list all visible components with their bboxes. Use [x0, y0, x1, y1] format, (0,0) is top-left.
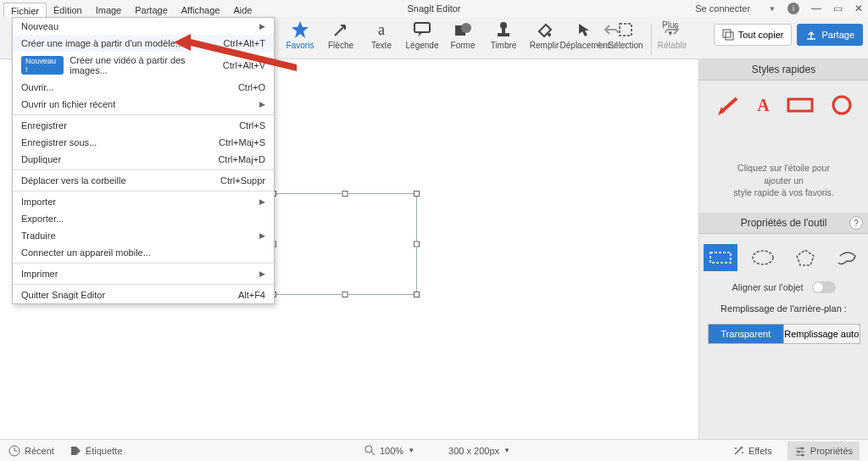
text-icon: a [372, 20, 391, 39]
close-button[interactable]: ✕ [854, 3, 863, 14]
help-icon[interactable]: ? [849, 216, 863, 230]
arrow-icon [331, 20, 350, 39]
star-icon [291, 20, 309, 39]
fill-auto[interactable]: Remplissage auto [784, 325, 860, 343]
resize-handle[interactable] [342, 292, 348, 297]
tool-text[interactable]: a Texte [361, 20, 402, 50]
svg-point-3 [461, 23, 471, 33]
recent-chip[interactable]: Récent [8, 445, 54, 457]
tool-fill[interactable]: Remplir [524, 20, 565, 50]
dimensions-display[interactable]: 300 x 200px▼ [448, 446, 510, 456]
shape-polygon[interactable] [788, 244, 822, 271]
right-panel: Styles rapides A Cliquez sur l'étoile po… [698, 59, 868, 444]
undo-button[interactable]: Annuler [593, 20, 629, 50]
effects-button[interactable]: Effets [732, 445, 772, 457]
menu-save-as[interactable]: Enregistrer sous...Ctrl+Maj+S [13, 134, 274, 151]
svg-point-6 [500, 22, 507, 29]
svg-point-16 [753, 251, 773, 264]
shape-rect-solid[interactable] [704, 244, 737, 271]
signin-link[interactable]: Se connecter [695, 3, 750, 14]
zoom-control[interactable]: 100%▼ [364, 445, 415, 456]
svg-rect-15 [710, 253, 731, 263]
svg-point-7 [548, 33, 551, 36]
menu-connect-mobile[interactable]: Connecter un appareil mobile... [13, 244, 274, 261]
quick-styles-header: Styles rapides [699, 59, 868, 81]
menu-create-video[interactable]: Nouveau !Créer une vidéo à partir des im… [13, 52, 274, 79]
svg-point-26 [801, 453, 804, 456]
svg-line-11 [721, 98, 737, 112]
menu-create-from-template[interactable]: Créer une image à partir d'un modèle...C… [13, 35, 274, 52]
share-button[interactable]: Partage [797, 24, 863, 46]
redo-button[interactable]: Rétablir [654, 20, 690, 50]
resize-handle[interactable] [342, 191, 348, 197]
tool-props-header: Propriétés de l'outil ? [699, 213, 868, 234]
menu-trash[interactable]: Déplacer vers la corbeilleCtrl+Suppr [13, 172, 274, 189]
tool-shape[interactable]: Forme [442, 20, 483, 50]
svg-rect-9 [723, 30, 731, 37]
tag-icon [70, 445, 81, 457]
resize-handle[interactable] [414, 191, 420, 197]
menu-open-recent[interactable]: Ouvrir un fichier récent▶ [13, 96, 274, 113]
qs-circle-icon[interactable] [831, 94, 853, 116]
svg-rect-1 [415, 23, 430, 32]
qs-rect-icon[interactable] [787, 96, 814, 114]
menu-save[interactable]: EnregistrerCtrl+S [13, 117, 274, 134]
copy-all-button[interactable]: Tout copier [714, 24, 793, 46]
align-toggle[interactable] [812, 281, 836, 293]
align-label: Aligner sur l'objet [732, 282, 803, 292]
sliders-icon [794, 445, 806, 457]
minimize-button[interactable]: — [811, 3, 821, 14]
menu-print[interactable]: Imprimer▶ [13, 265, 274, 282]
file-menu-dropdown: Nouveau▶ Créer une image à partir d'un m… [12, 17, 275, 304]
menu-quit[interactable]: Quitter Snagit EditorAlt+F4 [13, 286, 274, 303]
undo-icon [602, 20, 620, 39]
svg-rect-10 [726, 32, 733, 40]
svg-point-20 [365, 446, 372, 453]
qs-arrow-icon[interactable] [715, 95, 740, 115]
dropdown-caret-icon[interactable]: ▼ [769, 5, 776, 13]
redo-icon [663, 20, 682, 39]
svg-marker-0 [292, 21, 309, 38]
svg-marker-17 [797, 250, 814, 265]
tool-callout[interactable]: Légende [402, 20, 442, 50]
svg-point-14 [833, 97, 850, 114]
properties-toggle[interactable]: Propriétés [787, 442, 860, 460]
fill-label: Remplissage de l'arrière-plan : [721, 303, 847, 314]
fill-segment: Transparent Remplissage auto [708, 324, 860, 344]
menu-export[interactable]: Exporter... [13, 210, 274, 227]
resize-handle[interactable] [414, 292, 420, 297]
info-icon[interactable]: i [787, 3, 799, 14]
stamp-icon [494, 20, 513, 39]
qs-text-icon[interactable]: A [757, 96, 769, 115]
tool-arrow[interactable]: Flèche [320, 20, 361, 50]
svg-point-22 [735, 447, 737, 449]
copy-icon [722, 29, 734, 41]
selection-rect[interactable] [273, 193, 417, 295]
svg-rect-4 [498, 33, 509, 36]
clock-icon [8, 445, 20, 457]
wand-icon [732, 445, 744, 457]
svg-point-25 [797, 450, 799, 453]
svg-line-21 [371, 452, 375, 455]
share-icon [805, 29, 817, 41]
maximize-button[interactable]: ▭ [833, 3, 843, 14]
fill-icon [535, 20, 554, 39]
fill-transparent[interactable]: Transparent [709, 325, 785, 343]
menu-open[interactable]: Ouvrir...Ctrl+O [13, 79, 274, 96]
svg-rect-13 [788, 99, 812, 111]
svg-point-24 [800, 447, 803, 449]
svg-point-23 [742, 452, 743, 453]
tool-stamp[interactable]: Timbre [483, 20, 524, 50]
search-icon [364, 445, 376, 456]
tag-chip[interactable]: Étiquette [70, 445, 122, 457]
quick-styles-hint: Cliquez sur l'étoile pour ajouter un sty… [733, 162, 833, 199]
tool-favorites[interactable]: Favoris [280, 20, 320, 50]
shape-lasso[interactable] [831, 244, 865, 271]
callout-icon [413, 20, 431, 39]
menu-import[interactable]: Importer▶ [13, 193, 274, 210]
menu-translate[interactable]: Traduire▶ [13, 227, 274, 244]
resize-handle[interactable] [414, 242, 420, 247]
menu-new[interactable]: Nouveau▶ [13, 18, 274, 35]
shape-ellipse[interactable] [746, 244, 780, 271]
menu-duplicate[interactable]: DupliquerCtrl+Maj+D [13, 151, 274, 168]
